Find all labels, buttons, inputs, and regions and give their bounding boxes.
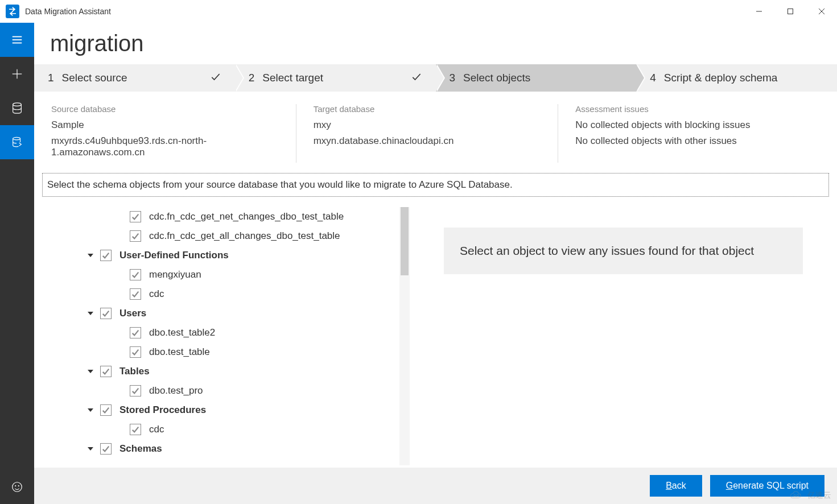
wizard-steps: 1 Select source 2 Select target 3 Select… — [34, 64, 837, 92]
tree-label: mengxiyuan — [149, 269, 201, 280]
caret-down-icon[interactable] — [85, 369, 96, 374]
info-row: Source database Sample mxyrds.c4u9uhbque… — [34, 92, 837, 173]
tree-item[interactable]: cdc — [39, 284, 410, 304]
checkbox[interactable] — [130, 269, 141, 280]
checkbox[interactable] — [130, 424, 141, 435]
checkbox[interactable] — [100, 366, 112, 377]
tree-item[interactable]: dbo.test_table2 — [39, 323, 410, 342]
svg-marker-17 — [88, 408, 93, 412]
target-name: mxy — [314, 119, 541, 131]
database-migrate-icon[interactable] — [0, 125, 34, 159]
tree-item[interactable]: cdc.fn_cdc_get_all_changes_dbo_test_tabl… — [39, 226, 410, 246]
caret-down-icon[interactable] — [85, 407, 96, 413]
step-label: Select target — [262, 72, 323, 84]
checkbox[interactable] — [130, 346, 141, 358]
scrollbar[interactable] — [399, 207, 410, 465]
tree-item[interactable]: cdc.fn_cdc_get_net_changes_dbo_test_tabl… — [39, 207, 410, 226]
svg-marker-16 — [88, 370, 93, 373]
source-database-info: Source database Sample mxyrds.c4u9uhbque… — [51, 104, 296, 163]
svg-point-12 — [15, 486, 16, 486]
tree-label: User-Defined Functions — [119, 250, 229, 261]
checkbox[interactable] — [130, 327, 141, 338]
checkbox[interactable] — [130, 288, 141, 300]
tree-item[interactable]: dbo.test_table — [39, 342, 410, 362]
step-label: Select source — [62, 72, 127, 84]
tree-label: cdc.fn_cdc_get_all_changes_dbo_test_tabl… — [149, 230, 340, 242]
svg-point-19 — [794, 494, 795, 496]
detail-placeholder: Select an object to view any issues foun… — [444, 228, 803, 274]
back-button[interactable]: Back — [650, 475, 702, 497]
checkbox[interactable] — [130, 385, 141, 396]
tree-label: Schemas — [119, 443, 162, 455]
checkbox[interactable] — [100, 308, 112, 319]
checkbox[interactable] — [100, 250, 112, 261]
checkbox[interactable] — [100, 443, 112, 455]
database-icon[interactable] — [0, 91, 34, 125]
svg-marker-14 — [88, 254, 93, 257]
step-number: 1 — [48, 72, 54, 84]
tree-category[interactable]: Users — [39, 304, 410, 323]
target-host: mxyn.database.chinacloudapi.cn — [314, 135, 541, 147]
maximize-button[interactable] — [774, 0, 806, 23]
target-label: Target database — [314, 104, 541, 114]
checkbox[interactable] — [130, 230, 141, 242]
caret-down-icon[interactable] — [85, 253, 96, 258]
target-database-info: Target database mxy mxyn.database.chinac… — [314, 104, 559, 163]
instruction-text: Select the schema objects from your sour… — [42, 173, 829, 197]
wizard-step-select-target[interactable]: 2 Select target — [235, 64, 436, 92]
assessment-issues-info: Assessment issues No collected objects w… — [575, 104, 820, 163]
caret-down-icon[interactable] — [85, 446, 96, 452]
assessment-blocking: No collected objects with blocking issue… — [575, 119, 803, 131]
detail-panel: Select an object to view any issues foun… — [410, 205, 837, 468]
assessment-other: No collected objects with other issues — [575, 135, 803, 147]
svg-point-20 — [797, 494, 798, 496]
step-number: 3 — [450, 72, 456, 84]
feedback-smiley-icon[interactable] — [0, 470, 34, 504]
step-number: 2 — [249, 72, 255, 84]
step-number: 4 — [650, 72, 656, 84]
checkbox[interactable] — [130, 211, 141, 222]
wizard-step-select-source[interactable]: 1 Select source — [34, 64, 235, 92]
object-tree: cdc.fn_cdc_get_net_changes_dbo_test_tabl… — [34, 205, 410, 468]
footer: Back Generate SQL script — [34, 468, 837, 504]
svg-marker-18 — [88, 447, 93, 451]
step-label: Script & deploy schema — [664, 72, 778, 84]
caret-down-icon[interactable] — [85, 311, 96, 316]
svg-point-11 — [13, 482, 22, 492]
tree-item[interactable]: cdc — [39, 420, 410, 439]
window-controls — [743, 0, 837, 23]
tree-label: dbo.test_pro — [149, 385, 203, 396]
svg-point-10 — [13, 137, 20, 140]
title-bar: Data Migration Assistant — [0, 0, 837, 23]
sidebar — [0, 23, 34, 504]
tree-label: dbo.test_table — [149, 346, 210, 358]
wizard-step-script-deploy[interactable]: 4 Script & deploy schema — [636, 64, 837, 92]
source-label: Source database — [51, 104, 279, 114]
scrollbar-thumb[interactable] — [401, 207, 409, 275]
minimize-button[interactable] — [743, 0, 774, 23]
svg-rect-1 — [787, 9, 793, 14]
source-host: mxyrds.c4u9uhbque93.rds.cn-north-1.amazo… — [51, 135, 279, 158]
tree-category[interactable]: Schemas — [39, 439, 410, 458]
tree-label: cdc — [149, 288, 164, 300]
checkmark-icon — [411, 71, 422, 85]
tree-category[interactable]: Tables — [39, 362, 410, 381]
svg-point-9 — [13, 103, 22, 106]
app-title: Data Migration Assistant — [25, 7, 111, 16]
source-name: Sample — [51, 119, 279, 131]
watermark: 亿速云 — [789, 490, 831, 501]
tree-category[interactable]: User-Defined Functions — [39, 246, 410, 265]
tree-item[interactable]: mengxiyuan — [39, 265, 410, 284]
page-title: migration — [34, 23, 837, 64]
hamburger-menu-icon[interactable] — [0, 23, 34, 57]
tree-label: Tables — [119, 366, 150, 377]
wizard-step-select-objects[interactable]: 3 Select objects — [436, 64, 637, 92]
close-button[interactable] — [806, 0, 837, 23]
checkbox[interactable] — [100, 404, 112, 416]
tree-item[interactable]: dbo.test_pro — [39, 381, 410, 400]
tree-category[interactable]: Stored Procedures — [39, 400, 410, 420]
tree-label: Stored Procedures — [119, 404, 206, 416]
tree-label: Users — [119, 308, 146, 319]
add-new-icon[interactable] — [0, 57, 34, 91]
checkmark-icon — [210, 71, 221, 85]
